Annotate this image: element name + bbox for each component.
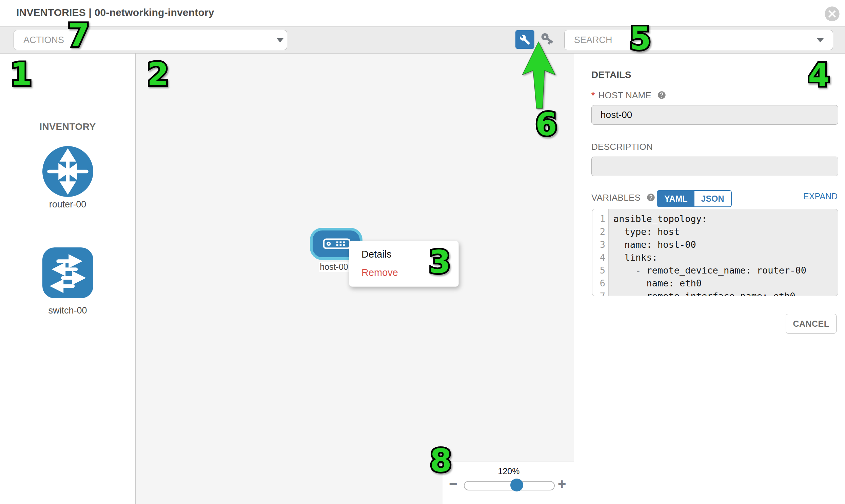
description-input[interactable] xyxy=(592,157,838,176)
palette-item-label: router-00 xyxy=(0,199,135,210)
code-line: type: host xyxy=(613,226,838,238)
cancel-button[interactable]: CANCEL xyxy=(786,314,837,334)
required-asterisk: * xyxy=(592,90,595,100)
zoom-level-readout: 120% xyxy=(443,466,575,476)
help-icon[interactable] xyxy=(657,90,666,100)
inventory-sidebar: INVENTORY router-00 xyxy=(0,54,135,504)
key-icon xyxy=(538,29,558,49)
variables-label: VARIABLES xyxy=(592,193,640,203)
zoom-slider-thumb[interactable] xyxy=(510,479,523,491)
hostname-input[interactable]: host-00 xyxy=(592,105,838,125)
wrench-icon xyxy=(520,34,530,45)
chevron-down-icon xyxy=(277,38,283,42)
code-line: ansible_topology: xyxy=(613,213,838,226)
actions-dropdown-placeholder: ACTIONS xyxy=(14,30,287,50)
chevron-down-icon xyxy=(817,38,824,42)
palette-item-switch[interactable] xyxy=(42,248,93,298)
code-line: name: host-00 xyxy=(613,238,838,251)
search-dropdown-placeholder: SEARCH xyxy=(565,30,833,50)
toolbar-tools-button[interactable] xyxy=(515,30,534,49)
details-heading: DETAILS xyxy=(592,70,631,80)
variables-code-editor[interactable]: 1 2 3 4 5 6 7 ansible_topology: type: ho… xyxy=(592,209,838,296)
code-line: - remote_device_name: router-00 xyxy=(613,264,838,277)
page-header: INVENTORIES | 00-networking-inventory xyxy=(0,0,845,27)
hostname-label: HOST NAME xyxy=(598,90,651,100)
line-number: 3 xyxy=(592,238,608,251)
context-menu: Details Remove xyxy=(349,241,459,287)
actions-dropdown[interactable]: ACTIONS xyxy=(14,30,287,50)
toolbar: ACTIONS SEARCH xyxy=(0,27,845,54)
topology-canvas[interactable]: host-00 Details Remove 120% − + xyxy=(135,54,575,504)
router-icon xyxy=(42,146,93,197)
code-line: name: eth0 xyxy=(613,277,838,290)
palette-item-label: switch-00 xyxy=(0,305,135,316)
close-icon xyxy=(823,5,841,23)
host-icon xyxy=(323,238,350,249)
close-button[interactable] xyxy=(823,5,841,23)
details-panel: DETAILS *HOST NAME host-00 DESCRIPTION V… xyxy=(574,54,845,504)
variables-label-row: VARIABLES xyxy=(592,193,655,203)
context-menu-item-remove[interactable]: Remove xyxy=(362,267,398,278)
expand-link[interactable]: EXPAND xyxy=(800,192,838,201)
description-label: DESCRIPTION xyxy=(592,142,653,152)
zoom-out-button[interactable]: − xyxy=(449,477,457,491)
app-window: INVENTORIES | 00-networking-inventory AC… xyxy=(0,0,845,504)
help-icon[interactable] xyxy=(646,193,655,202)
zoom-in-button[interactable]: + xyxy=(558,477,566,491)
line-number: 1 xyxy=(592,213,608,226)
tab-json[interactable]: JSON xyxy=(694,191,731,206)
line-number: 6 xyxy=(592,277,608,290)
editor-code-area[interactable]: ansible_topology: type: host name: host-… xyxy=(609,209,838,296)
line-number: 4 xyxy=(592,251,608,264)
editor-line-number-gutter: 1 2 3 4 5 6 7 xyxy=(592,209,609,296)
line-number: 7 xyxy=(592,290,608,296)
search-dropdown[interactable]: SEARCH xyxy=(564,30,833,50)
zoom-control-panel: 120% − + xyxy=(443,462,575,504)
toolbar-key-button[interactable] xyxy=(540,31,555,46)
tab-yaml[interactable]: YAML xyxy=(657,191,694,206)
line-number: 2 xyxy=(592,226,608,238)
hostname-label-row: *HOST NAME xyxy=(592,90,666,101)
host-node-label: host-00 xyxy=(319,262,349,272)
context-menu-item-details[interactable]: Details xyxy=(362,249,392,260)
palette-item-router[interactable] xyxy=(42,146,93,197)
zoom-slider-track[interactable] xyxy=(464,481,555,490)
breadcrumb-title: INVENTORIES | 00-networking-inventory xyxy=(16,7,214,18)
variables-format-toggle: YAML JSON xyxy=(657,190,732,207)
code-line: remote_interface_name: eth0 xyxy=(613,290,838,296)
code-line: links: xyxy=(613,251,838,264)
inventory-heading: INVENTORY xyxy=(0,121,135,132)
line-number: 5 xyxy=(592,264,608,277)
switch-icon xyxy=(42,248,93,298)
